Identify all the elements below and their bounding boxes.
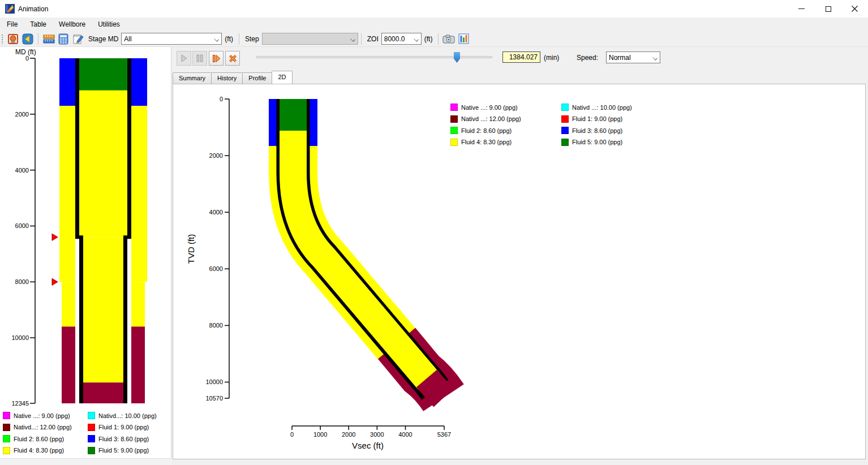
toolbar-grip [1,34,3,44]
speed-combobox[interactable]: Normal [606,51,660,63]
step-combobox [262,33,358,45]
legend-swatch [88,424,95,431]
tab-profile[interactable]: Profile [242,72,272,84]
legend-item: Native ...: 9.00 (ppg) [450,104,561,111]
legend-item: Fluid 4: 8.30 (ppg) [3,447,88,454]
legend-swatch [88,447,95,454]
legend-item: Fluid 4: 8.30 (ppg) [450,139,561,146]
legend-label: Fluid 5: 9.00 (ppg) [572,139,622,145]
menu-file[interactable]: File [7,18,25,31]
close-icon [852,6,858,12]
play-icon [180,54,188,62]
legend-swatch [561,127,569,134]
speed-value: Normal [609,54,631,62]
legend-swatch [450,115,458,123]
legend-item: Fluid 2: 8.60 (ppg) [450,127,561,134]
animation-window: Animation FileTableWellboreUtilities [0,0,868,465]
legend-label: Native ...: 9.00 (ppg) [461,104,518,111]
speed-label: Speed: [577,54,598,62]
legend-swatch [3,412,10,419]
legend-label: Nativd ...: 10.00 (ppg) [572,104,632,111]
blue-left-arrow-icon [22,33,33,45]
close-button[interactable] [841,0,868,18]
column-chart-icon [458,33,469,44]
legend-label: Fluid 3: 8.60 (ppg) [572,127,622,134]
camera-icon [442,34,455,44]
legend-item: Fluid 3: 8.60 (ppg) [88,435,168,442]
window-title: Animation [18,5,48,13]
snapshot-button[interactable] [442,32,456,46]
calculator-icon [58,33,68,45]
time-slider-thumb[interactable] [454,52,460,63]
chevron-down-icon [652,55,657,60]
toolbar-separator [438,33,439,45]
legend-label: Nativd ...: 12.00 (ppg) [461,115,521,122]
chevron-down-icon [350,37,355,41]
menu-table[interactable]: Table [30,18,54,31]
edit-notes-button[interactable] [71,32,85,46]
legend-label: Native ...: 9.00 (ppg) [14,412,70,419]
step-forward-button[interactable] [209,51,224,66]
legend-label: Fluid 2: 8.60 (ppg) [461,127,512,134]
title-bar: Animation [0,0,868,18]
tab-summary[interactable]: Summary [173,72,212,84]
toolbar-separator [38,33,38,45]
legend-label: Fluid 2: 8.60 (ppg) [14,436,64,442]
reverse-play-button[interactable] [21,32,35,46]
app-icon [5,4,15,14]
legend-item: Nativd...: 10.00 (ppg) [88,412,168,419]
menu-bar: FileTableWellboreUtilities [0,18,868,31]
legend-swatch [450,127,458,134]
stage-md-value: All [124,35,131,43]
toolbar-separator [361,33,362,45]
legend-label: Fluid 1: 9.00 (ppg) [572,115,622,122]
animation-run-button[interactable] [6,32,20,46]
zoi-unit: (ft) [424,35,433,43]
time-unit-label: (min) [544,54,559,62]
play-button [177,51,191,66]
legend-item: Nativd ...: 12.00 (ppg) [450,115,561,123]
legend-swatch [3,424,10,431]
stop-animation-button[interactable] [225,51,240,66]
chevron-down-icon [414,37,418,41]
toolbar: Stage MD All (ft) Step ZOI 8000.0 (ft) [0,31,868,47]
legend-toggle-button[interactable] [457,32,470,46]
maximize-button[interactable] [815,0,841,18]
ruler-icon [43,33,55,45]
wellbore-schematic-panel: Native ...: 9.00 (ppg)Nativd...: 10.00 (… [0,47,171,465]
pause-button [192,51,207,66]
tab-2d[interactable]: 2D [272,71,292,84]
toolbar-separator [239,33,239,45]
minimize-button[interactable] [788,0,815,18]
legend-swatch [88,435,95,442]
cancel-x-icon [229,54,237,63]
legend-item: Fluid 2: 8.60 (ppg) [3,435,88,442]
fluid-legend: Native ...: 9.00 (ppg)Nativd...: 10.00 (… [3,412,168,454]
stage-md-combobox[interactable]: All [121,33,222,45]
legend-swatch [450,139,458,146]
zoi-combobox[interactable]: 8000.0 [381,33,422,45]
legend-swatch [3,447,10,454]
time-value-field[interactable]: 1384.027 [502,51,540,63]
legend-item: Fluid 1: 9.00 (ppg) [88,424,168,431]
legend-item: Fluid 3: 8.60 (ppg) [561,127,660,134]
ruler-button[interactable] [42,32,55,46]
pause-icon [196,54,204,62]
tab-strip: SummaryHistoryProfile2D [173,71,292,84]
legend-swatch [561,115,569,123]
zoi-label: ZOI [367,35,379,43]
menu-wellbore[interactable]: Wellbore [59,18,93,31]
menu-utilities[interactable]: Utilities [98,18,128,31]
calculator-button[interactable] [57,32,70,46]
chart-legend: Native ...: 9.00 (ppg)Nativd ...: 10.00 … [450,104,660,146]
tab-history[interactable]: History [211,72,243,84]
legend-swatch [88,412,95,419]
minimize-icon [798,8,805,9]
legend-swatch [450,104,458,111]
horizontal-scrollbar[interactable] [0,458,171,465]
step-forward-icon [212,54,221,63]
notepad-pencil-icon [72,33,84,45]
legend-item: Nativd ...: 10.00 (ppg) [561,104,660,111]
zoi-value: 8000.0 [384,35,405,43]
legend-item: Fluid 5: 9.00 (ppg) [561,139,660,146]
